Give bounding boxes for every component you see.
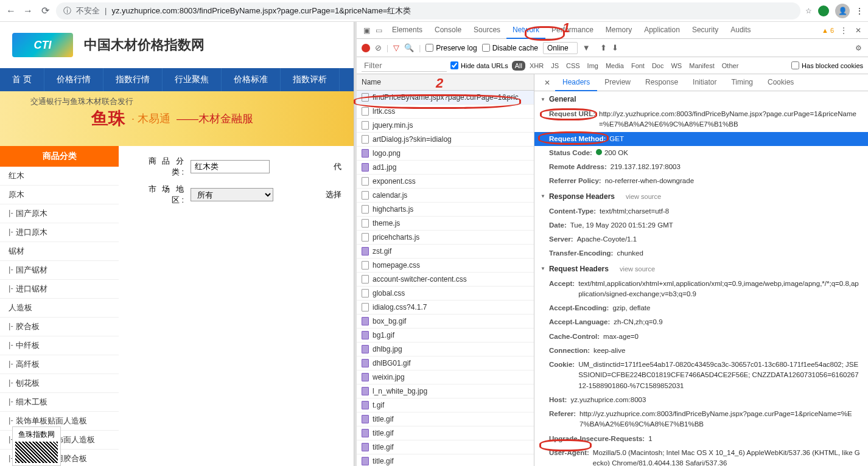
devtools-tab-elements[interactable]: Elements [386, 22, 429, 39]
header-row[interactable]: Accept-Encoding:gzip, deflate [534, 301, 868, 315]
search-icon[interactable]: 🔍 [404, 43, 414, 52]
upload-icon[interactable]: ⬆ [600, 43, 607, 52]
network-row[interactable]: global.css [357, 287, 534, 301]
detail-tab-preview[interactable]: Preview [597, 74, 638, 91]
devtools-tab-audits[interactable]: Audits [724, 22, 757, 39]
network-row[interactable]: account-switcher-content.css [357, 273, 534, 287]
record-icon[interactable] [362, 44, 370, 52]
header-row[interactable]: Accept-Language:zh-CN,zh;q=0.9 [534, 315, 868, 329]
filter-chip-js[interactable]: JS [548, 61, 562, 71]
network-row[interactable]: artDialog.js?skin=idialog [357, 133, 534, 147]
filter-chip-doc[interactable]: Doc [649, 61, 667, 71]
sidebar-item[interactable]: 锯材 [0, 242, 119, 261]
network-row[interactable]: l_n_white_bg.jpg [357, 384, 534, 398]
header-row[interactable]: Cache-Control:max-age=0 [534, 330, 868, 344]
reload-icon[interactable]: ⟳ [39, 5, 51, 17]
devtools-tab-sources[interactable]: Sources [467, 22, 506, 39]
sidebar-item[interactable]: 人造板 [0, 299, 119, 318]
region-select[interactable]: 所有 [191, 188, 273, 201]
header-row[interactable]: Server:Apache-Coyote/1.1 [534, 232, 868, 246]
sidebar-item[interactable]: 刨花板 [0, 374, 119, 393]
filter-chip-xhr[interactable]: XHR [527, 61, 547, 71]
nav-item[interactable]: 指数评析 [281, 68, 340, 91]
network-row[interactable]: ad1.jpg [357, 161, 534, 175]
devtools-tab-memory[interactable]: Memory [600, 22, 638, 39]
header-row[interactable]: Cookie:UM_distinctid=171f1ee54ab17-0820c… [534, 358, 868, 393]
network-row[interactable]: box_bg.gif [357, 315, 534, 329]
menu-icon[interactable]: ⋮ [856, 7, 863, 15]
section-header[interactable]: Response Headersview source [534, 189, 868, 204]
nav-item[interactable]: 指数行情 [103, 68, 163, 91]
hide-data-urls-checkbox[interactable]: Hide data URLs [450, 61, 508, 69]
header-row[interactable]: User-Agent:Mozilla/5.0 (Macintosh; Intel… [534, 446, 868, 466]
network-row[interactable]: dhlbg.jpg [357, 343, 534, 356]
detail-tab-headers[interactable]: Headers [555, 74, 597, 91]
section-header[interactable]: General [534, 91, 868, 107]
devtools-tab-performance[interactable]: Performance [545, 22, 600, 39]
network-row[interactable]: findPriceByName.jspx?page.curPage=1&pric… [357, 91, 534, 105]
network-row[interactable]: lrtk.css [357, 105, 534, 119]
devtools-tab-security[interactable]: Security [686, 22, 724, 39]
sidebar-item[interactable]: 高纤板 [0, 355, 119, 374]
extension-icon[interactable] [818, 5, 829, 16]
detail-tab-cookies[interactable]: Cookies [760, 74, 801, 91]
sidebar-item[interactable]: 原木 [0, 186, 119, 204]
bookmark-icon[interactable]: ☆ [805, 7, 812, 15]
nav-item[interactable]: 价格行情 [44, 68, 103, 91]
network-row[interactable]: zst.gif [357, 245, 534, 259]
header-row[interactable]: Accept:text/html,application/xhtml+xml,a… [534, 277, 868, 302]
detail-tab-response[interactable]: Response [638, 74, 685, 91]
header-row[interactable]: Referer:http://yz.yuzhuprice.com:8003/fi… [534, 407, 868, 432]
close-detail-icon[interactable]: ✕ [539, 78, 555, 87]
site-logo[interactable]: CTI [12, 33, 73, 57]
filter-icon[interactable]: ▽ [393, 43, 399, 52]
view-source-link[interactable]: view source [620, 265, 655, 273]
network-row[interactable]: t.gif [357, 398, 534, 412]
sidebar-item[interactable]: 中纤板 [0, 336, 119, 355]
inspect-icon[interactable]: ▣ [362, 26, 371, 35]
sidebar-item[interactable]: 细木工板 [0, 393, 119, 412]
nav-item[interactable]: 首 页 [0, 68, 44, 91]
url-bar[interactable]: ⓘ 不安全 | yz.yuzhuprice.com:8003/findPrice… [56, 2, 800, 19]
network-row[interactable]: calendar.js [357, 189, 534, 203]
throttle-select[interactable]: Online [543, 42, 578, 54]
network-row[interactable]: jquery.min.js [357, 119, 534, 133]
header-row[interactable]: Date:Tue, 19 May 2020 01:51:29 GMT [534, 218, 868, 232]
network-row[interactable]: logo.png [357, 147, 534, 161]
network-row[interactable]: title.gif [357, 412, 534, 426]
network-row[interactable]: title.gif [357, 454, 534, 466]
network-row[interactable]: pricehcharts.js [357, 231, 534, 245]
network-row[interactable]: homepage.css [357, 259, 534, 273]
preserve-log-checkbox[interactable]: Preserve log [425, 44, 477, 52]
settings-icon[interactable]: ⋮ [839, 26, 849, 35]
header-row[interactable]: Request URL:http://yz.yuzhuprice.com:800… [534, 107, 868, 132]
chevron-down-icon[interactable]: ▼ [583, 43, 590, 52]
disable-cache-checkbox[interactable]: Disable cache [482, 44, 538, 52]
network-row[interactable]: highcharts.js [357, 203, 534, 217]
close-icon[interactable]: ✕ [853, 26, 863, 35]
device-icon[interactable]: ▭ [374, 26, 383, 35]
filter-chip-img[interactable]: Img [584, 61, 601, 71]
filter-chip-css[interactable]: CSS [563, 61, 583, 71]
sidebar-item[interactable]: 国产原木 [0, 204, 119, 223]
filter-chip-font[interactable]: Font [628, 61, 648, 71]
profile-icon[interactable]: 👤 [835, 4, 850, 18]
sidebar-item[interactable]: 胶合板 [0, 318, 119, 336]
name-column-header[interactable]: Name [357, 74, 534, 91]
blocked-cookies-checkbox[interactable]: Has blocked cookies [791, 61, 863, 69]
network-row[interactable]: idialog.css?4.1.7 [357, 301, 534, 315]
download-icon[interactable]: ⬇ [612, 43, 618, 52]
filter-chip-ws[interactable]: WS [668, 61, 685, 71]
sidebar-item[interactable]: 国产锯材 [0, 261, 119, 280]
detail-tab-timing[interactable]: Timing [724, 74, 760, 91]
header-row[interactable]: Upgrade-Insecure-Requests:1 [534, 432, 868, 446]
filter-chip-media[interactable]: Media [603, 61, 627, 71]
network-row[interactable]: title.gif [357, 426, 534, 440]
back-icon[interactable]: ← [5, 5, 17, 17]
category-input[interactable] [191, 160, 270, 173]
sidebar-item[interactable]: 进口原木 [0, 223, 119, 242]
network-row[interactable]: weixin.jpg [357, 370, 534, 384]
header-row[interactable]: Content-Type:text/html;charset=utf-8 [534, 204, 868, 218]
filter-chip-manifest[interactable]: Manifest [686, 61, 718, 71]
clear-icon[interactable]: ⊘ [375, 43, 382, 52]
